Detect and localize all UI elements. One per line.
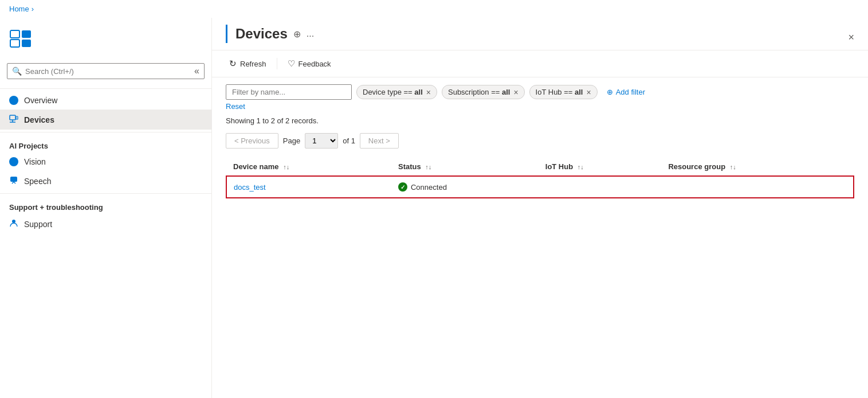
sort-icon-device-name: ↑↓	[283, 163, 289, 170]
title-bar-accent	[226, 25, 227, 43]
filter-chip-iot-hub: IoT Hub == all ×	[529, 85, 598, 99]
svg-point-9	[12, 220, 15, 223]
connected-status-icon	[398, 182, 407, 192]
refresh-button[interactable]: ↻ Refresh	[226, 56, 270, 71]
page-label: Page	[283, 136, 300, 145]
filter-chip-subscription-label: Subscription == all	[448, 88, 510, 96]
add-filter-icon: ⊕	[607, 88, 613, 96]
table-body: docs_test Connected	[226, 176, 854, 198]
overview-icon	[9, 96, 18, 105]
feedback-icon: ♡	[288, 58, 295, 69]
reset-link[interactable]: Reset	[212, 102, 868, 111]
sidebar-item-label-speech: Speech	[24, 177, 51, 186]
sidebar-section-support: Support + troubleshooting	[0, 196, 211, 214]
sidebar-search-container: 🔍 «	[7, 63, 205, 79]
table-area: Device name ↑↓ Status ↑↓ IoT Hub ↑↓ Re	[212, 153, 868, 398]
filter-by-name-input[interactable]	[226, 84, 352, 100]
col-label-resource-group: Resource group	[668, 162, 725, 171]
sidebar-section-ai: AI Projects	[0, 135, 211, 153]
app-logo	[0, 22, 211, 63]
page-select[interactable]: 1	[305, 133, 338, 149]
cell-device-name: docs_test	[226, 176, 391, 198]
sidebar-item-label-vision: Vision	[24, 157, 46, 166]
main-content: Devices ⊕ ... × ↻ Refresh ♡ Feedback Dev…	[212, 18, 868, 398]
sort-icon-iot-hub: ↑↓	[578, 163, 584, 170]
cell-iot-hub	[539, 176, 662, 198]
cell-resource-group	[661, 176, 854, 198]
table-row: docs_test Connected	[226, 176, 854, 198]
search-input[interactable]	[25, 67, 191, 76]
table-header: Device name ↑↓ Status ↑↓ IoT Hub ↑↓ Re	[226, 158, 854, 176]
filter-chip-device-type-label: Device type == all	[363, 88, 423, 96]
sidebar-item-label-overview: Overview	[24, 96, 57, 105]
refresh-label: Refresh	[240, 60, 266, 68]
col-header-status[interactable]: Status ↑↓	[391, 158, 539, 176]
pagination: < Previous Page 1 of 1 Next >	[212, 128, 868, 153]
device-name-link[interactable]: docs_test	[234, 183, 266, 192]
add-filter-button[interactable]: ⊕ Add filter	[602, 85, 650, 99]
svg-rect-0	[10, 30, 19, 38]
sidebar-collapse-button[interactable]: «	[194, 66, 199, 76]
sidebar-item-overview[interactable]: Overview	[0, 91, 211, 110]
svg-rect-4	[10, 115, 15, 120]
content-header: Devices ⊕ ... ×	[212, 18, 868, 50]
svg-rect-2	[22, 30, 31, 38]
feedback-label: Feedback	[299, 60, 331, 68]
add-filter-label: Add filter	[616, 88, 645, 96]
devices-table: Device name ↑↓ Status ↑↓ IoT Hub ↑↓ Re	[226, 158, 854, 198]
svg-rect-8	[10, 177, 17, 182]
col-label-status: Status	[398, 162, 421, 171]
toolbar: ↻ Refresh ♡ Feedback	[212, 50, 868, 77]
sidebar-item-devices[interactable]: Devices	[0, 110, 211, 130]
feedback-button[interactable]: ♡ Feedback	[284, 56, 335, 71]
sort-icon-resource-group: ↑↓	[730, 163, 736, 170]
filter-chip-device-type: Device type == all ×	[356, 85, 437, 99]
filter-bar: Device type == all × Subscription == all…	[212, 77, 868, 102]
records-info: Showing 1 to 2 of 2 records.	[212, 113, 868, 128]
svg-rect-3	[22, 40, 31, 47]
col-label-iot-hub: IoT Hub	[545, 162, 573, 171]
page-title: Devices	[235, 26, 288, 42]
devices-icon	[9, 114, 18, 125]
filter-chip-iot-hub-label: IoT Hub == all	[536, 88, 583, 96]
next-button[interactable]: Next >	[360, 133, 399, 149]
status-label: Connected	[411, 183, 447, 192]
sidebar-item-label-devices: Devices	[24, 115, 54, 124]
breadcrumb-home[interactable]: Home	[9, 5, 29, 13]
refresh-icon: ↻	[229, 58, 237, 69]
vision-icon	[9, 157, 18, 166]
close-button[interactable]: ×	[848, 32, 854, 44]
previous-button[interactable]: < Previous	[226, 133, 278, 149]
filter-chip-iot-hub-remove[interactable]: ×	[586, 88, 591, 96]
col-header-resource-group[interactable]: Resource group ↑↓	[661, 158, 854, 176]
sidebar-item-support[interactable]: Support	[0, 214, 211, 234]
pin-icon[interactable]: ⊕	[293, 29, 301, 40]
col-label-device-name: Device name	[233, 162, 279, 171]
page-of: of 1	[343, 136, 355, 145]
search-icon: 🔍	[12, 67, 22, 76]
col-header-device-name[interactable]: Device name ↑↓	[226, 158, 391, 176]
more-options-icon[interactable]: ...	[307, 29, 314, 39]
filter-chip-subscription: Subscription == all ×	[442, 85, 525, 99]
sidebar-item-speech[interactable]: Speech	[0, 171, 211, 191]
sidebar: 🔍 « Overview Devices AI Projects	[0, 18, 212, 398]
support-person-icon	[9, 218, 18, 229]
col-header-iot-hub[interactable]: IoT Hub ↑↓	[539, 158, 662, 176]
filter-chip-device-type-remove[interactable]: ×	[426, 88, 431, 96]
breadcrumb-separator: ›	[32, 5, 34, 13]
svg-rect-5	[16, 116, 18, 119]
sidebar-divider-support	[0, 193, 211, 194]
status-connected: Connected	[398, 182, 532, 192]
speech-icon	[9, 175, 18, 186]
sort-icon-status: ↑↓	[425, 163, 431, 170]
content-title-row: Devices ⊕ ...	[226, 25, 314, 50]
toolbar-separator	[277, 58, 277, 69]
sidebar-item-label-support: Support	[24, 220, 52, 229]
svg-rect-1	[10, 40, 19, 47]
breadcrumb: Home ›	[0, 0, 868, 18]
sidebar-divider-top	[0, 88, 211, 89]
cell-status: Connected	[391, 176, 539, 198]
sidebar-item-vision[interactable]: Vision	[0, 153, 211, 171]
sidebar-divider-ai	[0, 132, 211, 132]
filter-chip-subscription-remove[interactable]: ×	[513, 88, 518, 96]
